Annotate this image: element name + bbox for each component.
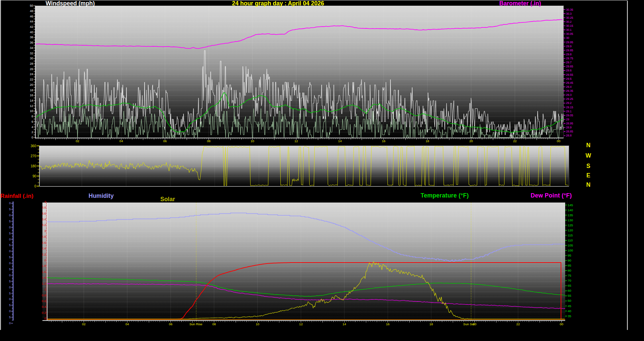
svg-text:Barometer (.in): Barometer (.in) — [499, 0, 541, 7]
svg-text:29.7: 29.7 — [566, 61, 572, 64]
svg-text:0: 0 — [9, 297, 11, 301]
svg-text:0: 0 — [9, 309, 11, 313]
svg-text:30.3: 30.3 — [566, 12, 572, 15]
svg-text:140: 140 — [568, 208, 573, 212]
svg-text:48: 48 — [30, 9, 33, 13]
svg-text:12: 12 — [299, 322, 303, 326]
svg-text:04: 04 — [119, 139, 123, 143]
svg-text:180: 180 — [31, 164, 36, 168]
svg-text:29.25: 29.25 — [566, 97, 574, 101]
svg-text:5: 5 — [9, 303, 11, 307]
svg-text:3.8: 3.8 — [42, 206, 46, 209]
svg-text:3.4: 3.4 — [42, 218, 46, 221]
svg-text:30.1: 30.1 — [566, 28, 572, 32]
svg-text:0.6: 0.6 — [42, 299, 46, 303]
svg-text:2: 2 — [44, 259, 46, 262]
svg-text:2: 2 — [32, 130, 33, 134]
svg-text:80: 80 — [568, 269, 572, 272]
svg-text:90: 90 — [568, 259, 572, 262]
svg-text:20: 20 — [30, 83, 33, 87]
svg-text:0.2: 0.2 — [42, 311, 46, 315]
svg-text:30: 30 — [30, 57, 33, 60]
svg-text:16: 16 — [382, 139, 386, 143]
svg-text:29.05: 29.05 — [566, 114, 574, 117]
svg-text:125: 125 — [568, 223, 573, 227]
svg-text:29.65: 29.65 — [566, 65, 574, 68]
svg-text:0: 0 — [9, 202, 11, 205]
svg-text:Humidity: Humidity — [89, 192, 114, 199]
svg-text:0.8: 0.8 — [42, 294, 46, 297]
svg-text:14: 14 — [30, 99, 33, 102]
svg-text:Solar: Solar — [160, 196, 175, 203]
svg-text:16: 16 — [386, 322, 390, 326]
svg-text:18: 18 — [426, 139, 429, 143]
svg-text:06: 06 — [169, 322, 172, 326]
svg-text:14: 14 — [342, 322, 346, 326]
svg-text:0: 0 — [32, 136, 33, 139]
svg-text:Sun Set: Sun Set — [463, 322, 475, 326]
svg-text:30.05: 30.05 — [566, 32, 574, 36]
svg-text:0: 0 — [9, 238, 11, 241]
svg-text:0: 0 — [9, 274, 11, 277]
svg-text:46: 46 — [30, 15, 33, 18]
svg-text:2.2: 2.2 — [42, 253, 46, 256]
svg-text:14: 14 — [338, 139, 342, 143]
svg-text:28.9: 28.9 — [566, 126, 572, 129]
svg-text:Dew Point (°F): Dew Point (°F) — [531, 192, 572, 199]
svg-text:38: 38 — [30, 36, 33, 39]
svg-text:10: 10 — [251, 139, 254, 143]
svg-text:Sun Rise: Sun Rise — [190, 322, 203, 326]
svg-text:70: 70 — [568, 279, 572, 282]
svg-text:3.2: 3.2 — [42, 223, 46, 227]
svg-text:29.45: 29.45 — [566, 81, 574, 84]
svg-text:75: 75 — [568, 274, 572, 277]
svg-text:Windspeed (mph): Windspeed (mph) — [46, 0, 95, 7]
svg-text:20: 20 — [469, 139, 473, 143]
svg-text:50: 50 — [568, 299, 572, 302]
svg-text:0: 0 — [34, 184, 36, 188]
svg-text:0.4: 0.4 — [42, 305, 46, 308]
svg-text:1.6: 1.6 — [42, 270, 46, 274]
svg-text:28.95: 28.95 — [566, 122, 574, 125]
svg-text:29.85: 29.85 — [566, 49, 574, 52]
svg-text:90: 90 — [33, 174, 37, 178]
svg-text:Rainfall (.in): Rainfall (.in) — [0, 192, 33, 199]
svg-text:24 hour graph day : April 04 2: 24 hour graph day : April 04 2026 — [232, 0, 324, 7]
svg-text:02: 02 — [76, 139, 79, 143]
svg-text:44: 44 — [30, 20, 33, 23]
svg-text:0: 0 — [9, 322, 11, 325]
svg-text:4: 4 — [32, 125, 33, 129]
svg-text:4: 4 — [44, 200, 46, 204]
svg-text:0: 0 — [44, 317, 46, 320]
svg-text:29.6: 29.6 — [566, 69, 572, 72]
svg-text:8: 8 — [32, 115, 33, 118]
svg-text:12: 12 — [30, 104, 33, 108]
svg-text:45: 45 — [568, 304, 572, 308]
svg-text:40: 40 — [30, 31, 33, 34]
svg-text:12: 12 — [294, 139, 298, 143]
svg-text:115: 115 — [568, 233, 573, 237]
svg-text:28.8: 28.8 — [566, 134, 572, 137]
svg-text:02: 02 — [82, 322, 86, 326]
svg-text:18: 18 — [30, 89, 33, 92]
svg-text:42: 42 — [30, 25, 33, 29]
svg-text:30.25: 30.25 — [566, 16, 574, 19]
svg-text:06: 06 — [163, 139, 167, 143]
svg-text:3.6: 3.6 — [42, 212, 46, 215]
svg-text:08: 08 — [207, 139, 211, 143]
svg-text:29.8: 29.8 — [566, 53, 572, 56]
svg-text:16: 16 — [30, 94, 33, 97]
svg-text:2.6: 2.6 — [42, 241, 46, 244]
svg-text:65: 65 — [568, 284, 572, 287]
svg-text:N: N — [586, 181, 591, 188]
svg-text:W: W — [586, 152, 591, 159]
svg-text:29.15: 29.15 — [566, 106, 574, 109]
svg-text:2.8: 2.8 — [42, 235, 46, 238]
svg-text:00: 00 — [560, 322, 564, 326]
svg-text:5: 5 — [9, 208, 11, 211]
svg-text:E: E — [586, 172, 590, 179]
svg-text:120: 120 — [568, 228, 573, 232]
svg-text:10: 10 — [256, 322, 259, 326]
svg-text:30.35: 30.35 — [566, 8, 574, 11]
svg-text:0: 0 — [9, 214, 11, 217]
